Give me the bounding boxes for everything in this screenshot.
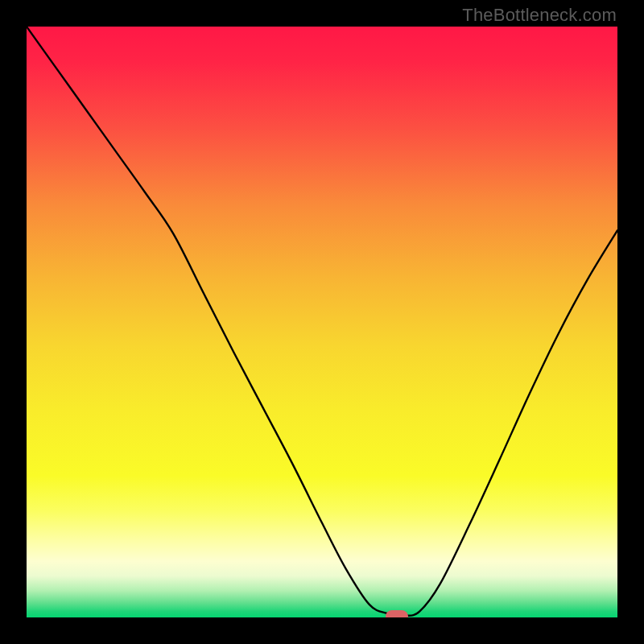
chart-frame: TheBottleneck.com [0,0,644,644]
optimum-marker [386,610,408,617]
bottleneck-curve [27,27,617,617]
plot-area [27,27,617,617]
watermark-text: TheBottleneck.com [462,5,617,26]
